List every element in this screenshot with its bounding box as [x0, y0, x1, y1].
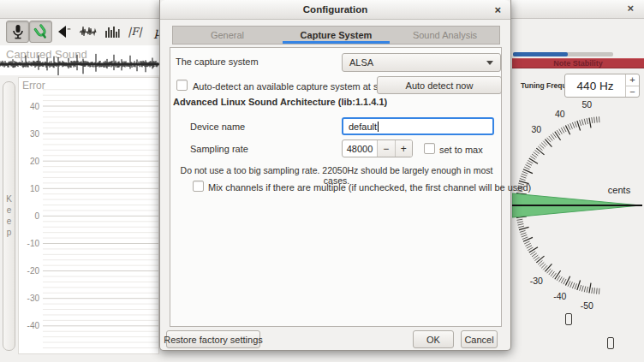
waveform-icon [80, 25, 97, 39]
autodetect-checkbox-label: Auto-detect an available capture system … [193, 81, 402, 92]
capture-system-combobox[interactable]: ALSA [342, 53, 501, 72]
missing-glyph-icon [607, 337, 614, 349]
audio-level-fill [513, 52, 568, 56]
tuning-frequency-increment-button[interactable]: + [626, 74, 639, 86]
captured-waveform [0, 45, 159, 75]
cents-gauge: 304050-30-40-50cents [512, 96, 644, 362]
captured-sound-view: Captured Sound [0, 45, 159, 75]
fft-icon: |F| [128, 26, 141, 38]
tuning-frequency-value[interactable]: 440 Hz [565, 74, 625, 97]
fmit-application: × [0, 0, 644, 362]
capture-toggle-button[interactable] [6, 21, 29, 43]
text-caret [378, 122, 379, 132]
tab-sound-analysis[interactable]: Sound Analysis [391, 27, 499, 44]
autodetect-checkbox[interactable] [176, 80, 188, 91]
error-axis-grid: 403020100-10-20-30-40 [19, 78, 159, 354]
ok-button[interactable]: OK [413, 330, 454, 348]
sampling-rate-value[interactable]: 48000 [343, 140, 377, 157]
sampling-rate-increment-button[interactable]: + [395, 140, 413, 157]
svg-text:0: 0 [34, 211, 39, 221]
main-window-close-icon[interactable]: × [627, 2, 634, 15]
chevron-down-icon [486, 61, 493, 65]
tab-capture-system[interactable]: Capture System [282, 27, 391, 44]
dialog-tabstrip: General Capture System Sound Analysis [172, 26, 500, 45]
audio-output-button[interactable] [52, 21, 75, 43]
restore-factory-settings-button[interactable]: Restore factory settings [166, 330, 260, 348]
error-panel-title: Error [22, 80, 45, 92]
tab-general[interactable]: General [173, 27, 282, 44]
svg-text:-40: -40 [27, 321, 40, 330]
keep-button[interactable]: Keep [3, 81, 15, 351]
auto-tuning-toggle-button[interactable] [29, 21, 52, 43]
missing-glyph-icon [565, 313, 572, 325]
mix-channels-label: Mix channels if there are multiple (if u… [208, 182, 531, 193]
dialog-titlebar: Configuration × [160, 0, 510, 20]
histogram-icon [104, 26, 120, 39]
capture-system-panel: The capture system ALSA Auto-detect an a… [170, 47, 502, 327]
svg-text:-30: -30 [27, 294, 40, 303]
speaker-icon [57, 25, 72, 39]
cancel-button[interactable]: Cancel [461, 330, 498, 348]
keep-button-label: Keep [4, 194, 14, 239]
mix-channels-checkbox[interactable] [193, 181, 204, 192]
svg-text:-40: -40 [553, 291, 566, 301]
device-name-label: Device name [190, 122, 245, 132]
ok-label: OK [426, 335, 440, 345]
svg-text:cents: cents [608, 185, 631, 195]
restore-factory-settings-label: Restore factory settings [164, 335, 263, 345]
alsa-heading: Advanced Linux Sound Architecture (lib:1… [173, 97, 387, 107]
capture-system-value: ALSA [349, 57, 373, 68]
fft-view-button[interactable]: |F| [123, 21, 146, 43]
svg-text:10: 10 [30, 184, 40, 193]
set-to-max-checkbox[interactable] [424, 143, 435, 154]
dialog-title: Configuration [303, 4, 367, 15]
sampling-rate-decrement-button[interactable]: − [377, 140, 395, 157]
auto-detect-now-label: Auto detect now [406, 80, 474, 91]
cancel-label: Cancel [464, 335, 493, 345]
set-to-max-label: set to max [439, 145, 483, 155]
svg-text:40: 40 [30, 102, 40, 111]
captured-sound-view-button[interactable] [76, 21, 99, 43]
configuration-dialog: Configuration × General Capture System S… [159, 0, 511, 351]
audio-level-bar [513, 52, 613, 56]
device-name-input[interactable]: default [342, 117, 494, 135]
capture-system-label: The capture system [176, 56, 259, 67]
auto-detect-now-button[interactable]: Auto detect now [377, 76, 502, 94]
sampling-rate-spinner[interactable]: 48000 − + [342, 139, 413, 157]
svg-text:-30: -30 [530, 276, 543, 286]
note-stability-label: Note Stability [553, 59, 603, 68]
microphone-icon [11, 24, 25, 39]
svg-text:-20: -20 [27, 266, 40, 276]
tuning-frequency-spinner[interactable]: 440 Hz + − [564, 74, 640, 98]
error-history-panel: 403020100-10-20-30-40 Error [18, 77, 159, 354]
tuning-fork-icon [33, 24, 49, 39]
dialog-close-icon[interactable]: × [494, 3, 501, 16]
svg-text:-50: -50 [581, 300, 593, 311]
svg-text:20: 20 [30, 157, 40, 166]
device-name-value: default [349, 122, 377, 132]
svg-text:30: 30 [532, 124, 542, 134]
svg-text:30: 30 [30, 129, 40, 139]
svg-text:40: 40 [555, 109, 565, 119]
svg-text:50: 50 [581, 99, 592, 110]
statistics-view-button[interactable] [100, 21, 123, 43]
svg-text:-10: -10 [27, 239, 40, 248]
note-stability-bar: Note Stability [512, 58, 644, 68]
tuning-frequency-buttons: + − [625, 74, 639, 97]
sampling-rate-label: Sampling rate [190, 144, 248, 154]
